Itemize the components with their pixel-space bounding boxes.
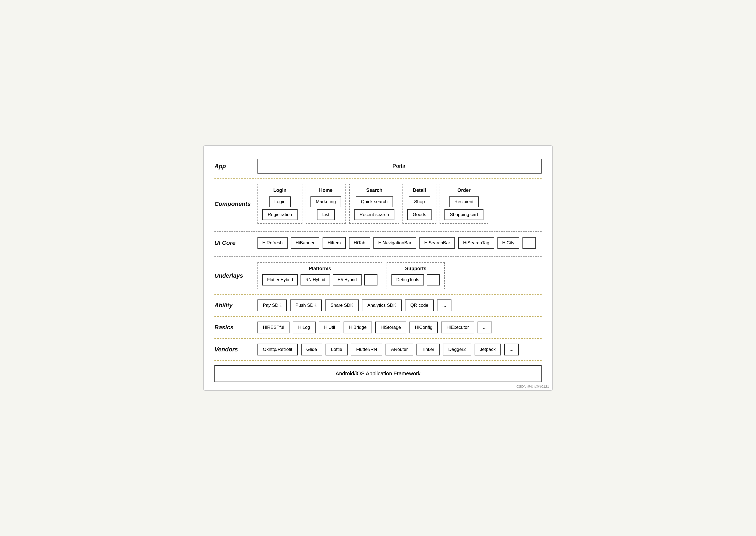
vendors-item-0: Okhttp/Retrofit (257, 344, 298, 355)
uicore-item-2: HiItem (323, 237, 345, 249)
uicore-item-6: HiSearchTag (458, 237, 494, 249)
component-item-1-0: Marketing (311, 196, 342, 207)
supports-group: SupportsDebugTools... (387, 262, 445, 289)
ability-row: Ability Pay SDKPush SDKShare SDKAnalytic… (214, 295, 542, 317)
vendors-item-5: Tinker (416, 344, 440, 355)
components-label: Components (214, 200, 257, 208)
component-item-3-0: Shop (409, 196, 430, 207)
components-group-title-4: Order (457, 187, 471, 193)
uicore-item-3: HiTab (349, 237, 370, 249)
component-item-4-0: Recipient (449, 196, 479, 207)
uicore-item-1: HiBanner (291, 237, 320, 249)
component-item-0-0: Login (269, 196, 291, 207)
basics-item-3: HiBridge (344, 321, 372, 333)
vendors-item-6: Dagger2 (443, 344, 471, 355)
basics-item-4: HiStorage (375, 321, 407, 333)
vendors-row: Vendors Okhttp/RetrofitGlideLottieFlutte… (214, 339, 542, 361)
uicore-content: HiRefreshHiBannerHiItemHiTabHiNavigation… (257, 237, 542, 249)
component-item-2-1: Recent search (354, 209, 394, 220)
components-group-title-1: Home (319, 187, 333, 193)
basics-row: Basics HiRESTfulHiLogHiUtilHiBridgeHiSto… (214, 317, 542, 339)
components-group-3: DetailShopGoods (403, 184, 436, 224)
basics-item-6: HiExecutor (441, 321, 474, 333)
ability-label: Ability (214, 302, 257, 309)
ability-item-1: Push SDK (290, 299, 322, 311)
platforms-title: Platforms (262, 266, 378, 272)
ability-content: Pay SDKPush SDKShare SDKAnalytics SDKQR … (257, 299, 542, 311)
ability-item-0: Pay SDK (257, 299, 287, 311)
components-content: LoginLoginRegistrationHomeMarketingListS… (257, 184, 542, 224)
components-group-0: LoginLoginRegistration (257, 184, 302, 224)
app-row: App Portal (214, 154, 542, 179)
component-item-4-1: Shopping cart (444, 209, 483, 220)
platform-item-3: ... (364, 274, 378, 285)
basics-item-7: ... (477, 321, 492, 333)
vendors-item-1: Glide (301, 344, 323, 355)
component-item-3-1: Goods (407, 209, 432, 220)
components-group-4: OrderRecipientShopping cart (440, 184, 488, 224)
uicore-item-4: HiNavigationBar (374, 237, 416, 249)
uicore-item-0: HiRefresh (257, 237, 288, 249)
uicore-item-8: ... (522, 237, 536, 249)
platform-item-0: Flutter Hybrid (262, 274, 298, 285)
components-row: Components LoginLoginRegistrationHomeMar… (214, 179, 542, 229)
uicore-item-7: HiCity (497, 237, 519, 249)
vendors-item-7: Jetpack (475, 344, 501, 355)
underlays-label: Underlays (214, 272, 257, 279)
supports-title: Supports (391, 266, 440, 272)
platform-item-2: H5 Hybrid (333, 274, 362, 285)
uicore-row: UI Core HiRefreshHiBannerHiItemHiTabHiNa… (214, 231, 542, 254)
basics-item-0: HiRESTful (257, 321, 289, 333)
support-item-1: ... (427, 274, 440, 285)
components-group-1: HomeMarketingList (306, 184, 346, 224)
basics-label: Basics (214, 324, 257, 331)
components-group-title-2: Search (366, 187, 382, 193)
underlays-row: Underlays PlatformsFlutter HybridRN Hybr… (214, 256, 542, 295)
footer-box: Android/iOS Application Framework (214, 365, 542, 382)
platforms-group: PlatformsFlutter HybridRN HybridH5 Hybri… (257, 262, 382, 289)
support-item-0: DebugTools (391, 274, 424, 285)
app-label: App (214, 163, 257, 170)
component-item-0-1: Registration (262, 209, 298, 220)
ability-item-2: Share SDK (325, 299, 359, 311)
vendors-item-4: ARouter (385, 344, 413, 355)
portal-box: Portal (257, 159, 542, 174)
footer-content: Android/iOS Application Framework (214, 365, 542, 382)
component-item-2-0: Quick search (356, 196, 393, 207)
vendors-label: Vendors (214, 346, 257, 353)
app-content: Portal (257, 159, 542, 174)
components-group-2: SearchQuick searchRecent search (349, 184, 399, 224)
basics-item-1: HiLog (293, 321, 315, 333)
vendors-item-8: ... (504, 344, 519, 355)
underlays-content: PlatformsFlutter HybridRN HybridH5 Hybri… (257, 262, 542, 289)
vendors-content: Okhttp/RetrofitGlideLottieFlutter/RNARou… (257, 344, 542, 355)
components-group-title-3: Detail (413, 187, 426, 193)
uicore-item-5: HiSearchBar (419, 237, 455, 249)
components-group-title-0: Login (273, 187, 286, 193)
basics-item-5: HiConfig (410, 321, 438, 333)
uicore-label: UI Core (214, 240, 257, 247)
basics-item-2: HiUtil (319, 321, 341, 333)
platform-item-1: RN Hybrid (301, 274, 330, 285)
vendors-item-3: Flutter/RN (351, 344, 382, 355)
vendors-item-2: Lottie (326, 344, 347, 355)
ability-item-3: Analytics SDK (362, 299, 402, 311)
ability-item-4: QR code (405, 299, 434, 311)
watermark: CSDN @胡椒粒0121 (516, 384, 549, 389)
component-item-1-1: List (317, 209, 335, 220)
footer-row: Android/iOS Application Framework (214, 365, 542, 382)
ability-item-5: ... (437, 299, 451, 311)
basics-content: HiRESTfulHiLogHiUtilHiBridgeHiStorageHiC… (257, 321, 542, 333)
